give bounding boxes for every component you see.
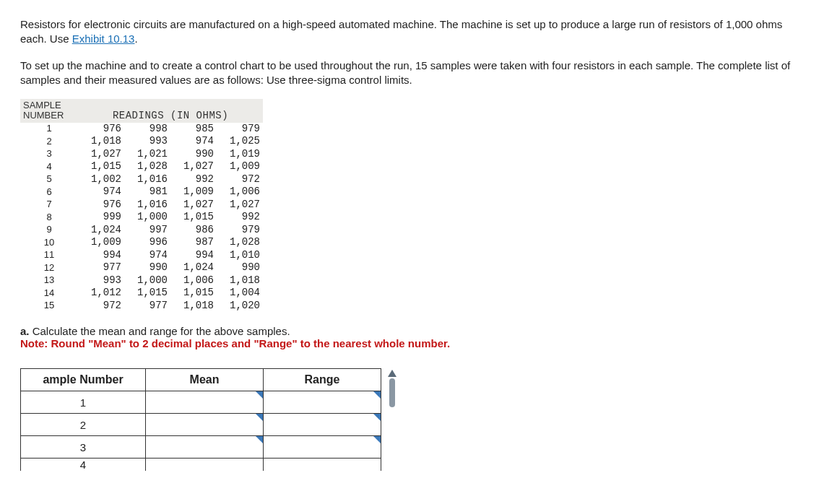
reading-cell: 993	[78, 274, 124, 287]
reading-cell: 1,027	[170, 160, 217, 173]
reading-cell: 1,027	[78, 148, 124, 161]
reading-cell: 990	[124, 261, 170, 274]
reading-cell: 1,009	[170, 186, 217, 199]
reading-cell: 1,016	[124, 173, 170, 186]
answer-header-sample: ample Number	[21, 369, 146, 391]
reading-cell: 1,020	[217, 300, 263, 313]
reading-cell: 1,028	[124, 160, 170, 173]
reading-cell: 1,002	[78, 173, 124, 186]
part-a-prefix: a.	[20, 325, 30, 337]
reading-cell: 986	[170, 224, 217, 237]
table-row: 159729771,0181,020	[20, 300, 263, 313]
reading-cell: 972	[217, 173, 263, 186]
reading-cell: 1,009	[78, 236, 124, 249]
reading-cell: 976	[78, 123, 124, 136]
reading-cell: 1,015	[78, 160, 124, 173]
reading-cell: 1,019	[217, 148, 263, 161]
reading-cell: 992	[170, 173, 217, 186]
sample-number-cell: 14	[20, 287, 78, 300]
reading-cell: 974	[170, 135, 217, 148]
table-row: 139931,0001,0061,018	[20, 274, 263, 287]
table-row: 89991,0001,015992	[20, 211, 263, 224]
reading-cell: 1,024	[170, 261, 217, 274]
reading-cell: 1,015	[170, 211, 217, 224]
sample-number-cell: 10	[20, 236, 78, 249]
reading-cell: 1,018	[217, 274, 263, 287]
sample-number-cell: 13	[20, 274, 78, 287]
table-row: 31,0271,0219901,019	[20, 148, 263, 161]
scroll-up-icon	[388, 370, 396, 377]
part-a: a. Calculate the mean and range for the …	[20, 325, 812, 349]
answer-sample-cell: 2	[21, 414, 146, 436]
sample-header: SAMPLE NUMBER	[20, 99, 78, 123]
reading-cell: 990	[217, 261, 263, 274]
input-corner-icon	[373, 436, 381, 443]
reading-cell: 1,028	[217, 236, 263, 249]
sample-number-cell: 2	[20, 135, 78, 148]
sample-number-cell: 5	[20, 173, 78, 186]
intro-text-1b: .	[134, 32, 137, 45]
reading-cell: 1,006	[217, 186, 263, 199]
reading-cell: 994	[170, 249, 217, 262]
answer-table-wrap: ample Number Mean Range 1234	[20, 368, 396, 471]
answer-range-input[interactable]	[264, 414, 381, 436]
sample-header-l2: NUMBER	[23, 110, 75, 121]
table-row: 141,0121,0151,0151,004	[20, 287, 263, 300]
answer-range-input[interactable]	[264, 436, 381, 459]
scroll-thumb[interactable]	[389, 378, 395, 407]
sample-number-cell: 15	[20, 300, 78, 313]
reading-cell: 972	[78, 300, 124, 313]
answer-range-input[interactable]	[264, 459, 381, 472]
reading-cell: 996	[124, 236, 170, 249]
table-row: 69749811,0091,006	[20, 186, 263, 199]
reading-cell: 977	[124, 300, 170, 313]
answer-header-mean: Mean	[146, 369, 264, 391]
reading-cell: 1,027	[170, 199, 217, 212]
answer-table: ample Number Mean Range 1234	[20, 368, 381, 471]
answer-row: 2	[21, 414, 381, 436]
sample-number-cell: 3	[20, 148, 78, 161]
sample-number-cell: 7	[20, 199, 78, 212]
reading-cell: 993	[124, 135, 170, 148]
reading-cell: 977	[78, 261, 124, 274]
reading-cell: 998	[124, 123, 170, 136]
reading-cell: 1,027	[217, 199, 263, 212]
answer-sample-cell: 4	[21, 459, 146, 472]
answer-row: 4	[21, 459, 381, 472]
table-row: 79761,0161,0271,027	[20, 199, 263, 212]
table-row: 91,024997986979	[20, 224, 263, 237]
reading-cell: 1,018	[78, 135, 124, 148]
reading-cell: 1,015	[124, 287, 170, 300]
reading-cell: 999	[78, 211, 124, 224]
reading-cell: 1,010	[217, 249, 263, 262]
table-row: 129779901,024990	[20, 261, 263, 274]
answer-mean-input[interactable]	[146, 391, 264, 414]
reading-cell: 979	[217, 224, 263, 237]
answer-header-range: Range	[264, 369, 381, 391]
reading-cell: 981	[124, 186, 170, 199]
table-row: 119949749941,010	[20, 249, 263, 262]
reading-cell: 1,004	[217, 287, 263, 300]
answer-range-input[interactable]	[264, 391, 381, 414]
intro-paragraph-2: To set up the machine and to create a co…	[20, 58, 812, 88]
sample-number-cell: 12	[20, 261, 78, 274]
sample-number-cell: 8	[20, 211, 78, 224]
answer-mean-input[interactable]	[146, 436, 264, 459]
sample-header-l1: SAMPLE	[23, 100, 75, 110]
answer-mean-input[interactable]	[146, 459, 264, 472]
reading-cell: 1,006	[170, 274, 217, 287]
part-a-note: Note: Round "Mean" to 2 decimal places a…	[20, 337, 812, 349]
reading-cell: 1,000	[124, 274, 170, 287]
table-row: 41,0151,0281,0271,009	[20, 160, 263, 173]
exhibit-link[interactable]: Exhibit 10.13	[72, 32, 135, 45]
sample-number-cell: 1	[20, 123, 78, 136]
reading-cell: 1,025	[217, 135, 263, 148]
scroll-indicator[interactable]	[387, 370, 397, 456]
table-row: 1976998985979	[20, 123, 263, 136]
reading-cell: 1,024	[78, 224, 124, 237]
reading-cell: 974	[78, 186, 124, 199]
input-corner-icon	[373, 414, 381, 421]
answer-mean-input[interactable]	[146, 414, 264, 436]
reading-cell: 994	[78, 249, 124, 262]
intro-paragraph-1: Resistors for electronic circuits are ma…	[20, 17, 812, 47]
